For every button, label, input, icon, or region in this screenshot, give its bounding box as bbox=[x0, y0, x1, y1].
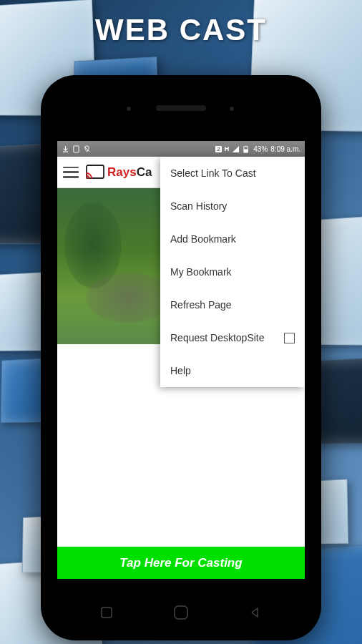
menu-icon[interactable] bbox=[63, 167, 79, 178]
location-off-icon bbox=[83, 145, 91, 153]
menu-item-select-link[interactable]: Select Link To Cast bbox=[160, 157, 305, 190]
phone-nav-buttons bbox=[41, 602, 321, 623]
battery-percent: 43% bbox=[253, 145, 268, 153]
menu-item-help[interactable]: Help bbox=[160, 354, 305, 387]
menu-item-request-desktop[interactable]: Request DesktopSite bbox=[160, 321, 305, 354]
download-icon bbox=[62, 145, 69, 153]
desktop-site-checkbox[interactable] bbox=[284, 333, 295, 343]
cast-cta-button[interactable]: Tap Here For Casting bbox=[57, 547, 305, 579]
menu-item-refresh-page[interactable]: Refresh Page bbox=[160, 288, 305, 321]
phone-sensor bbox=[230, 107, 234, 111]
menu-item-label: Help bbox=[170, 365, 191, 376]
svg-rect-4 bbox=[87, 165, 104, 178]
options-menu: Select Link To Cast Scan History Add Boo… bbox=[160, 157, 305, 387]
svg-rect-0 bbox=[74, 145, 79, 152]
app-name: RaysCa bbox=[107, 165, 152, 180]
status-bar: 2 H 43% 8:09 a.m. bbox=[57, 141, 305, 157]
menu-item-label: Select Link To Cast bbox=[170, 167, 256, 179]
home-button[interactable] bbox=[170, 602, 192, 623]
net-type: H bbox=[225, 145, 230, 152]
sd-card-icon bbox=[72, 145, 80, 153]
menu-item-label: Request DesktopSite bbox=[170, 332, 265, 343]
svg-rect-6 bbox=[175, 606, 187, 619]
cast-cta-label: Tap Here For Casting bbox=[119, 556, 242, 570]
phone-speaker bbox=[156, 105, 206, 111]
recents-button[interactable] bbox=[96, 602, 117, 623]
menu-item-add-bookmark[interactable]: Add Bookmark bbox=[160, 223, 305, 255]
phone-screen: 2 H 43% 8:09 a.m. RaysCa bbox=[57, 141, 305, 579]
menu-item-label: Add Bookmark bbox=[170, 233, 236, 245]
back-button[interactable] bbox=[245, 602, 266, 623]
svg-rect-5 bbox=[102, 608, 112, 618]
menu-item-label: My Bookmark bbox=[170, 266, 232, 278]
menu-item-scan-history[interactable]: Scan History bbox=[160, 190, 305, 223]
battery-icon bbox=[243, 145, 250, 153]
phone-sensor bbox=[127, 107, 131, 111]
signal-icon bbox=[232, 145, 240, 153]
svg-rect-2 bbox=[244, 149, 248, 152]
svg-rect-3 bbox=[245, 145, 247, 146]
phone-frame: 2 H 43% 8:09 a.m. RaysCa bbox=[41, 75, 321, 640]
menu-item-label: Refresh Page bbox=[170, 299, 232, 311]
menu-item-label: Scan History bbox=[170, 200, 227, 212]
net-badge: 2 bbox=[215, 146, 221, 152]
page-title: WEB CAST bbox=[0, 13, 362, 47]
cast-icon bbox=[86, 165, 104, 180]
clock: 8:09 a.m. bbox=[270, 145, 300, 153]
menu-item-my-bookmark[interactable]: My Bookmark bbox=[160, 255, 305, 288]
